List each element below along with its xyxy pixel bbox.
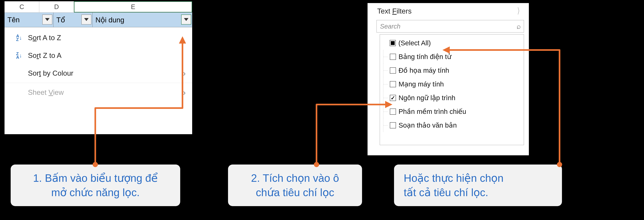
column-letter-c[interactable]: C bbox=[4, 1, 39, 12]
tree-connector bbox=[383, 50, 390, 63]
checkbox[interactable] bbox=[390, 81, 396, 87]
header-label: Tổ bbox=[56, 16, 65, 24]
header-label: Tên bbox=[8, 16, 20, 24]
tree-connector bbox=[383, 36, 390, 50]
tree-connector bbox=[383, 91, 390, 105]
menu-label: Sort by Colour bbox=[26, 69, 183, 77]
menu-sort-za[interactable]: ZA↓ Sort Z to A bbox=[4, 47, 192, 64]
callout-line: 1. Bấm vào biểu tượng để bbox=[33, 172, 158, 184]
header-cell-ten: Tên bbox=[4, 12, 54, 27]
text-filters-header[interactable]: Text Filters 〉 bbox=[368, 3, 529, 19]
tree-connector bbox=[383, 63, 390, 77]
filter-item-label: Phần mềm trình chiếu bbox=[398, 108, 522, 115]
tree-connector bbox=[383, 105, 390, 118]
filter-item-label: Mạng máy tính bbox=[398, 80, 522, 88]
checkbox-checked[interactable] bbox=[390, 95, 396, 101]
column-letter-e[interactable]: E bbox=[74, 1, 192, 12]
filter-item[interactable]: Soạn thảo văn bản bbox=[383, 118, 522, 132]
chevron-down-icon bbox=[84, 18, 89, 21]
filter-item[interactable]: Đồ họa máy tính bbox=[383, 63, 522, 77]
tree-connector bbox=[383, 118, 390, 132]
table-header-row: Tên Tổ Nội dung bbox=[4, 12, 192, 27]
callout-line: Hoặc thực hiện chọn bbox=[404, 172, 504, 184]
filter-tree: (Select All) Bảng tính điện tử Đồ họa má… bbox=[380, 34, 524, 145]
callout-step-3: Hoặc thực hiện chọn tất cả tiêu chí lọc. bbox=[394, 165, 562, 206]
filter-item[interactable]: Bảng tính điện tử bbox=[383, 50, 522, 63]
text-filters-panel: Text Filters 〉 ⌕ (Select All) Bảng tính … bbox=[367, 2, 529, 156]
checkbox[interactable] bbox=[390, 109, 396, 115]
checkbox[interactable] bbox=[390, 122, 396, 128]
chevron-right-icon: › bbox=[183, 69, 186, 78]
text-filters-label: Text Filters bbox=[377, 7, 516, 15]
menu-sheet-view: Sheet View › bbox=[4, 84, 192, 101]
callout-line: chứa tiêu chí lọc bbox=[238, 185, 352, 200]
menu-label: Sort A to Z bbox=[26, 34, 186, 42]
filter-item-label: Đồ họa máy tính bbox=[398, 66, 522, 74]
filter-button-noidung[interactable] bbox=[181, 14, 191, 24]
column-letter-row: C D E bbox=[4, 1, 192, 12]
filter-item-label: Soạn thảo văn bản bbox=[398, 121, 522, 129]
callout-line: tất cả tiêu chí lọc. bbox=[404, 185, 552, 200]
filter-item-label: (Select All) bbox=[398, 39, 522, 47]
menu-label: Sort Z to A bbox=[26, 51, 186, 59]
menu-sort-az[interactable]: AZ↓ Sort A to Z bbox=[4, 29, 192, 47]
excel-sort-panel: C D E Tên Tổ Nội dung AZ↓ Sort bbox=[4, 1, 193, 135]
menu-sort-colour[interactable]: Sort by Colour › bbox=[4, 64, 192, 82]
filter-button-ten[interactable] bbox=[42, 14, 52, 24]
callout-step-2: 2. Tích chọn vào ô chứa tiêu chí lọc bbox=[228, 165, 362, 206]
filter-item-select-all[interactable]: (Select All) bbox=[383, 36, 522, 50]
sort-menu: AZ↓ Sort A to Z ZA↓ Sort Z to A Sort by … bbox=[4, 27, 192, 101]
column-letter-d[interactable]: D bbox=[39, 1, 74, 12]
callout-step-1: 1. Bấm vào biểu tượng để mở chức năng lọ… bbox=[11, 165, 180, 206]
filter-item-label: Ngôn ngữ lập trình bbox=[398, 94, 522, 102]
chevron-down-icon bbox=[45, 18, 50, 21]
callout-line: 2. Tích chọn vào ô bbox=[251, 172, 339, 184]
tree-connector bbox=[383, 77, 390, 91]
header-cell-noidung: Nội dung bbox=[92, 12, 192, 27]
checkbox[interactable] bbox=[390, 67, 396, 74]
search-input[interactable] bbox=[380, 22, 516, 30]
sort-az-icon: AZ↓ bbox=[12, 34, 26, 41]
chevron-down-icon bbox=[184, 18, 188, 21]
sort-za-icon: ZA↓ bbox=[12, 52, 26, 59]
chevron-right-icon: 〉 bbox=[517, 5, 522, 17]
search-icon: ⌕ bbox=[516, 22, 521, 30]
filter-button-to[interactable] bbox=[82, 14, 92, 24]
header-label: Nội dung bbox=[96, 16, 124, 24]
checkbox[interactable] bbox=[390, 54, 396, 60]
menu-label: Sheet View bbox=[26, 88, 183, 96]
checkbox-mixed[interactable] bbox=[390, 40, 396, 46]
chevron-right-icon: › bbox=[183, 88, 186, 97]
menu-separator bbox=[4, 83, 192, 83]
header-cell-to: Tổ bbox=[54, 12, 92, 27]
filter-item[interactable]: Mạng máy tính bbox=[383, 77, 522, 91]
filter-item[interactable]: Phần mềm trình chiếu bbox=[383, 105, 522, 118]
callout-line: mở chức năng lọc. bbox=[20, 185, 170, 200]
search-field[interactable]: ⌕ bbox=[376, 20, 524, 32]
filter-item-label: Bảng tính điện tử bbox=[398, 53, 522, 61]
filter-item-checked[interactable]: Ngôn ngữ lập trình bbox=[383, 91, 522, 105]
